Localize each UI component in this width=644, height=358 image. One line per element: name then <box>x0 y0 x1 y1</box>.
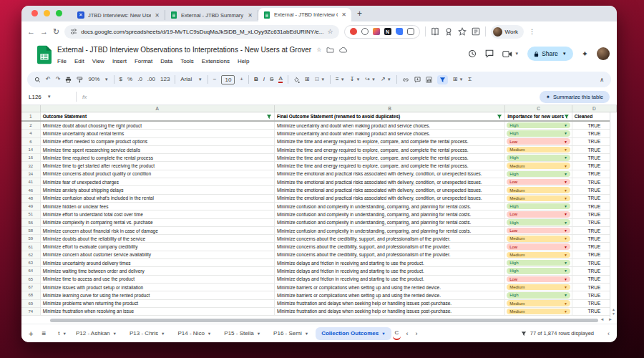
comments-icon[interactable] <box>485 49 494 58</box>
cell-outcome[interactable]: Minimize concern about financial risk in… <box>41 227 275 234</box>
cell-final-outcome[interactable]: Minimize barriers or complications when … <box>275 284 505 291</box>
add-sheet-icon[interactable]: + <box>29 329 33 338</box>
importance-chip[interactable]: Medium ▼ <box>507 300 570 306</box>
cell-outcome[interactable]: Minimize effort to evaluate company cred… <box>41 243 275 250</box>
cell-outcome[interactable]: Minimize time required to complete the r… <box>41 154 275 161</box>
menu-data[interactable]: Data <box>160 58 172 64</box>
cell-final-outcome[interactable]: Minimize delays and friction in receivin… <box>275 276 505 283</box>
cell-final-outcome[interactable]: Minimize the emotional and practical ris… <box>275 170 505 178</box>
row-number[interactable]: 63 <box>21 259 41 266</box>
importance-chip[interactable]: Low ▼ <box>507 179 570 185</box>
zoom-select[interactable]: 90% ▼ <box>88 77 108 82</box>
minimize-window-button[interactable] <box>44 10 50 16</box>
row-number[interactable]: 65 <box>21 276 41 283</box>
close-tab-icon[interactable]: ✕ <box>341 11 346 18</box>
bookmark-star-icon[interactable]: ☆ <box>327 28 333 35</box>
cell-final-outcome[interactable]: Minimize frustration and delays when see… <box>275 308 505 315</box>
row-number[interactable]: 67 <box>21 284 41 291</box>
palette-extension-icon[interactable] <box>373 28 380 35</box>
insert-comment-icon[interactable] <box>414 77 421 83</box>
cell-outcome[interactable]: Minimize issues with product setup or in… <box>41 284 275 291</box>
menu-tools[interactable]: Tools <box>180 58 194 64</box>
vertical-scrollbar[interactable]: ▲▼ <box>610 112 617 317</box>
menu-help[interactable]: Help <box>238 58 249 64</box>
cell-final-outcome[interactable]: Minimize confusion and complexity in und… <box>275 227 505 234</box>
row-number[interactable]: 64 <box>21 267 41 274</box>
cell-outcome[interactable]: Minimize hidden or unclear fees <box>41 203 275 210</box>
row-number[interactable]: 34 <box>21 170 41 178</box>
cell-final-outcome[interactable]: Minimize the emotional and practical ris… <box>275 186 505 193</box>
cell-outcome[interactable]: Minimize effort needed to compare produc… <box>41 138 275 145</box>
chevron-down-icon[interactable]: ▼ <box>562 52 567 56</box>
horizontal-scroll-thumb[interactable] <box>50 319 598 322</box>
number-format-button[interactable]: 123 <box>160 77 170 82</box>
importance-chip[interactable]: High ▼ <box>507 155 570 161</box>
row-number[interactable]: 74 <box>21 308 41 315</box>
sheet-tab[interactable]: C ▼ <box>393 327 401 340</box>
sheet-tab[interactable]: t ▼ <box>56 327 69 340</box>
adblock-extension-icon[interactable] <box>350 28 357 35</box>
flag-extension-icon[interactable] <box>396 28 403 35</box>
meet-button[interactable]: ▼ <box>502 51 519 57</box>
importance-chip[interactable]: High ▼ <box>507 122 570 129</box>
prev-sheets-icon[interactable]: ‹ <box>406 330 408 337</box>
next-sheets-icon[interactable]: › <box>415 330 417 337</box>
cell-final-outcome[interactable]: Minimize confusion and complexity in und… <box>275 219 505 226</box>
format-currency-button[interactable]: $ <box>119 77 122 82</box>
cell-outcome[interactable]: Minimize concerns about product quality … <box>41 170 275 178</box>
row-number[interactable]: 32 <box>21 162 41 169</box>
all-sheets-icon[interactable]: ≡ <box>42 329 46 337</box>
back-icon[interactable]: ← <box>27 28 35 36</box>
row-number[interactable]: 62 <box>21 251 41 258</box>
cell-outcome[interactable]: Minimize doubts about the reliability of… <box>41 235 275 242</box>
importance-chip[interactable]: High ▼ <box>507 219 570 226</box>
document-title[interactable]: External - JTBD Interview Observations t… <box>57 46 311 54</box>
bold-button[interactable]: B <box>254 77 258 82</box>
strikethrough-button[interactable]: S <box>270 77 273 82</box>
notion-extension-icon[interactable]: N <box>384 28 391 35</box>
importance-chip[interactable]: Medium ▼ <box>507 163 570 169</box>
row-number[interactable]: 48 <box>21 195 41 202</box>
cell-final-outcome[interactable]: Minimize uncertainty and doubt when maki… <box>275 130 505 137</box>
row-number[interactable]: 2 <box>21 122 41 129</box>
importance-chip[interactable]: Medium ▼ <box>507 147 570 153</box>
horizontal-align-button[interactable]: ≡ ▼ <box>336 77 345 82</box>
cell-final-outcome[interactable]: Minimize frustration and delays when see… <box>275 300 505 307</box>
header-cell-outcome[interactable]: Outcome Statement <box>41 112 275 120</box>
summarize-table-button[interactable]: ✦ Summarize this table <box>540 91 610 103</box>
search-icon[interactable] <box>34 77 41 83</box>
menu-extensions[interactable]: Extensions <box>202 58 230 64</box>
header-cell-final-outcome[interactable]: Final Outcome Statement (renamed to avoi… <box>275 112 505 120</box>
importance-chip[interactable]: Low ▼ <box>507 276 570 283</box>
header-cell-importance[interactable]: Importance for new users <box>505 112 572 120</box>
version-history-icon[interactable] <box>468 49 477 58</box>
clipper-extension-icon[interactable] <box>407 28 414 35</box>
functions-button[interactable]: Σ <box>468 77 472 82</box>
row-number[interactable]: 59 <box>21 235 41 242</box>
row-number[interactable]: 41 <box>21 178 41 185</box>
cell-outcome[interactable]: Minimize doubt about choosing the right … <box>41 122 275 129</box>
insert-chart-icon[interactable] <box>426 77 432 83</box>
filter-icon[interactable] <box>497 114 502 120</box>
cell-final-outcome[interactable]: Minimize the emotional and practical ris… <box>275 178 505 185</box>
importance-chip[interactable]: Medium ▼ <box>507 195 570 202</box>
cell-outcome[interactable]: Minimize concern about customer service … <box>41 251 275 258</box>
row-number[interactable]: 58 <box>21 227 41 234</box>
move-folder-icon[interactable] <box>326 47 334 53</box>
row-number[interactable]: 69 <box>21 300 41 307</box>
collapse-toolbar-icon[interactable]: ∧ <box>600 77 604 83</box>
importance-chip[interactable]: Low ▼ <box>507 243 570 250</box>
font-select[interactable]: Arial ▼ <box>180 77 202 82</box>
filter-button-active[interactable] <box>437 75 448 84</box>
scroll-down-icon[interactable]: ▼ <box>612 311 615 316</box>
text-color-button[interactable]: A <box>278 76 282 83</box>
cell-outcome[interactable]: Minimize problems when returning the pro… <box>41 300 275 307</box>
star-document-icon[interactable]: ☆ <box>316 47 321 53</box>
cell-final-outcome[interactable]: Minimize confusion and complexity in und… <box>275 211 505 218</box>
menu-view[interactable]: View <box>92 58 104 64</box>
cell-outcome[interactable]: Minimize frustration when resolving an i… <box>41 308 275 315</box>
filter-icon[interactable] <box>564 114 570 120</box>
cell-final-outcome[interactable]: Minimize the emotional and practical ris… <box>275 195 505 202</box>
decrease-font-size-button[interactable]: − <box>213 77 217 82</box>
text-rotation-button[interactable]: ↗ ▼ <box>381 77 391 82</box>
